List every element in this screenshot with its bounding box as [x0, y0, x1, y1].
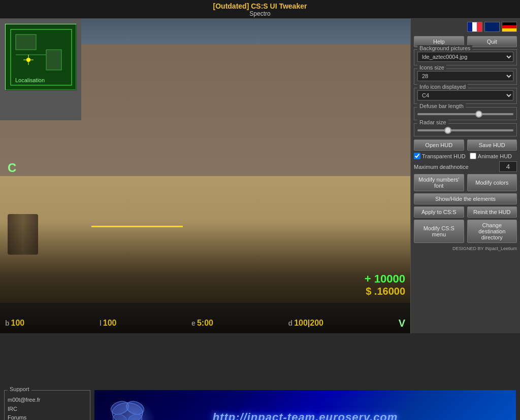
animate-hud-checkbox-label[interactable]: Animate HUD	[470, 153, 512, 159]
defuse-bar-label: Defuse bar length	[417, 103, 466, 109]
transparent-hud-checkbox[interactable]	[414, 153, 420, 159]
info-icon-select[interactable]: C4 Bomb Hostage	[417, 90, 513, 100]
subtitle: Spectro	[0, 10, 520, 17]
icons-size-label: Icons size	[417, 64, 446, 71]
support-content: m00t@free.fr IRC Forums	[8, 396, 87, 420]
icons-size-select[interactable]: 24 28 32 48	[417, 71, 513, 81]
banner-text[interactable]: http://inpact-team.euroserv.com	[213, 411, 398, 420]
defuse-bar-slider[interactable]	[417, 113, 513, 115]
reinit-button[interactable]: Reinit the HUD	[467, 206, 517, 218]
game-area: Localisation C + 10000 $ .16000 b100 l10…	[0, 19, 410, 333]
designed-by: DESIGNED BY INpact_Leetium	[414, 246, 517, 251]
radar-size-label: Radar size	[417, 119, 448, 125]
show-hide-button[interactable]: Show/Hide the elements	[414, 193, 517, 204]
main-layout: Localisation C + 10000 $ .16000 b100 l10…	[0, 19, 520, 386]
title-bar: [Outdated] CS:S UI Tweaker Spectro	[0, 0, 520, 19]
flags-row	[414, 22, 517, 32]
modify-css-menu-button[interactable]: Modify CS:S menu	[414, 220, 464, 243]
bg-pictures-select[interactable]: lde_aztec0004.jpg lde_dust2.jpg lde_infe…	[417, 52, 513, 62]
support-label: Support	[8, 386, 31, 392]
apply-reinit-row: Apply to CS:S Reinit the HUD	[414, 206, 517, 218]
game-background: Localisation C + 10000 $ .16000 b100 l10…	[0, 19, 410, 333]
icons-size-group: Icons size 24 28 32 48	[414, 68, 517, 85]
info-icon-label: Info icon displayed	[417, 84, 468, 90]
change-dest-button[interactable]: Change destination directory	[467, 220, 517, 243]
app-title: [Outdated] CS:S UI Tweaker	[0, 2, 520, 10]
checkboxes-row: Transparent HUD Animate HUD	[414, 153, 517, 159]
support-email[interactable]: m00t@free.fr	[8, 396, 87, 405]
defuse-bar-group: Defuse bar length	[414, 107, 517, 120]
flag-french[interactable]	[467, 22, 482, 32]
modify-dest-row: Modify CS:S menu Change destination dire…	[414, 220, 517, 243]
radar-size-group: Radar size	[414, 123, 517, 136]
flag-english[interactable]	[484, 22, 500, 32]
modify-colors-button[interactable]: Modify colors	[467, 174, 517, 191]
bg-pictures-label: Background pictures	[417, 45, 472, 51]
gun-shadow	[0, 222, 410, 333]
info-icon-group: Info icon displayed C4 Bomb Hostage	[414, 88, 517, 104]
deathnotice-input[interactable]	[499, 161, 517, 172]
deathnotice-row: Maximum deathnotice	[414, 161, 517, 172]
bg-pictures-group: Background pictures lde_aztec0004.jpg ld…	[414, 49, 517, 65]
animate-hud-label: Animate HUD	[478, 153, 512, 159]
support-forums[interactable]: Forums	[8, 413, 87, 420]
support-irc[interactable]: IRC	[8, 405, 87, 414]
banner-logo-svg	[110, 395, 145, 420]
support-box: Support m00t@free.fr IRC Forums	[4, 390, 90, 420]
animate-hud-checkbox[interactable]	[470, 153, 476, 159]
modify-font-button[interactable]: Modify numbers' font	[414, 174, 464, 191]
transparent-hud-checkbox-label[interactable]: Transparent HUD	[414, 153, 466, 159]
minimap-bg	[0, 19, 81, 120]
bottom-area: Support m00t@free.fr IRC Forums http://i…	[0, 386, 520, 420]
apply-button[interactable]: Apply to CS:S	[414, 206, 464, 218]
flag-german[interactable]	[502, 22, 517, 32]
quit-button[interactable]: Quit	[467, 36, 517, 47]
open-hud-button[interactable]: Open HUD	[414, 139, 464, 151]
open-save-row: Open HUD Save HUD	[414, 139, 517, 151]
deathnotice-label: Maximum deathnotice	[414, 164, 469, 170]
show-hide-wrapper: Show/Hide the elements	[414, 193, 517, 204]
right-panel: Help Quit Background pictures lde_aztec0…	[410, 19, 520, 333]
transparent-hud-label: Transparent HUD	[422, 153, 466, 159]
save-hud-button[interactable]: Save HUD	[467, 139, 517, 151]
radar-size-slider[interactable]	[417, 129, 513, 131]
modify-row: Modify numbers' font Modify colors	[414, 174, 517, 191]
banner[interactable]: http://inpact-team.euroserv.com	[94, 390, 516, 420]
